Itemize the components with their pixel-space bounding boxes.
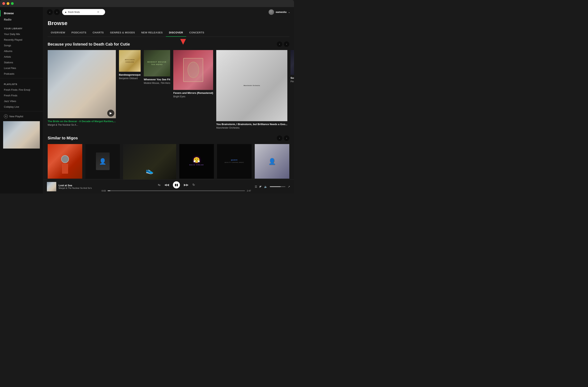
album-card-2-4[interactable]: 😤 MAXO KREAM QuiccStrikes Maxo Kream [179,144,214,179]
search-bar: ● ✕ [62,9,105,15]
playlists-section-label: PLAYLISTS [0,80,43,87]
album-title-1-2: Bandwagonesque [119,73,141,76]
album-title-1-1: The Bride on the Boxcar - A Decade of Ma… [48,120,116,123]
prev-button[interactable]: ◀◀ [164,183,169,187]
avatar [269,9,274,15]
album-art-image-1-4 [173,50,213,90]
new-playlist-button[interactable]: + New Playlist [0,113,43,120]
tab-podcasts[interactable]: PODCASTS [68,29,89,37]
album-card-2-2[interactable]: 👤 Rockets Jay Critch [85,144,120,179]
album-card-1-6[interactable]: — Summer in Abaddon — Summer in Abaddon … [291,50,294,129]
album-card-1-5[interactable]: Manchester Orchestra You Brainstorm, I B… [216,50,287,129]
album-card-1-4[interactable]: Fevers and Mirrors (Remastered) Bright E… [173,50,213,129]
sidebar-item-stations[interactable]: Stations [0,60,43,65]
album-card-1-1[interactable]: ▶ The Bride on the Boxcar - A Decade of … [48,50,116,129]
sidebar-item-local-files[interactable]: Local Files [0,65,43,71]
sidebar-divider [0,78,43,78]
play-pause-button[interactable]: ▮▮ [173,181,180,188]
tab-concerts[interactable]: CONCERTS [186,29,208,37]
shuffle-button[interactable]: ⇆ [158,183,160,187]
section-header-2: Similar to Migos ‹ › [48,135,289,141]
sidebar-item-recently-played[interactable]: Recently Played [0,37,43,43]
volume-bar[interactable] [270,186,285,187]
back-button[interactable]: ‹ [47,9,53,15]
now-playing-thumbnail [3,121,40,149]
sidebar-item-radio[interactable]: Radio [0,16,43,23]
album-title-1-3: Whenever You See Fit [144,78,170,81]
repeat-button[interactable]: ↻ [192,183,195,187]
album-card-1-3[interactable]: MODEST MOUSE 764-HERO Whenever You See F… [144,50,170,129]
section-prev-2[interactable]: ‹ [277,135,282,141]
sidebar-item-podcasts[interactable]: Podcasts [0,71,43,77]
sidebar-playlist-fresh-finds-fire[interactable]: Fresh Finds: Fire Emoji [0,87,43,93]
user-area[interactable]: eamesliu ⌄ [269,9,290,15]
sidebar-item-your-daily-mix[interactable]: Your Daily Mix [0,31,43,37]
next-button[interactable]: ▶▶ [184,183,189,187]
search-input[interactable] [68,11,95,14]
player-center: ⇆ ◀◀ ▮▮ ▶▶ ↻ 0:03 2:47 [102,181,251,192]
sidebar-item-artists[interactable]: Artists [0,54,43,60]
minimize-button[interactable] [7,2,9,5]
tab-genres-moods[interactable]: GENRES & MOODS [107,29,138,37]
tab-overview[interactable]: OVERVIEW [48,29,68,37]
devices-icon[interactable]: ◤ [260,185,262,188]
avatar-image [269,9,274,15]
album-card-2-1[interactable]: Painting Pictures Kodak Black [48,144,82,179]
new-playlist-label: New Playlist [9,115,23,118]
expand-icon[interactable]: ↗ [288,185,290,188]
album-art-image-2-6: 👤 [255,144,289,179]
chevron-down-icon: ⌄ [288,11,290,14]
player-track-name: Lost at Sea [59,184,92,187]
sidebar-item-albums[interactable]: Albums [0,48,43,54]
section-migos: Similar to Migos ‹ › [48,135,289,179]
close-button[interactable] [2,2,5,5]
sidebar-playlist-fresh-finds[interactable]: Fresh Finds [0,93,43,98]
album-artist-1-1: Margot & The Nuclear So A... [48,124,116,126]
volume-icon[interactable]: 🔈 [264,185,267,188]
album-art-2-1 [48,144,82,179]
sidebar-playlist-coldplay-live[interactable]: Coldplay Live [0,104,43,110]
album-card-1-2[interactable]: Benjamin Gibbard Bandwagonesque Benjamin… [119,50,141,129]
section-next-2[interactable]: › [284,135,289,141]
tab-discover[interactable]: DISCOVER [166,29,186,37]
forward-button[interactable]: › [54,9,60,15]
sidebar-item-songs[interactable]: Songs [0,43,43,48]
album-card-2-6[interactable]: 👤 Tell Her Nothing Young Thug [255,144,289,179]
tab-new-releases[interactable]: NEW RELEASES [138,29,166,37]
section-title-2: Similar to Migos [48,136,78,140]
main-content: ‹ › ● ✕ eamesliu ⌄ ▼ Browse [43,7,294,194]
album-art-2-4: 😤 MAXO KREAM [179,144,214,179]
section-prev-1[interactable]: ‹ [277,42,282,47]
queue-icon[interactable]: ☰ [255,185,257,188]
search-icon: ● [65,11,66,14]
album-art-1-1: ▶ [48,50,116,118]
progress-bar[interactable] [108,190,245,191]
album-artist-1-5: Manchester Orchestra [216,127,287,129]
album-art-image-1-2: Benjamin Gibbard [119,50,141,72]
album-art-2-2: 👤 [85,144,120,179]
album-art-image-2-2: 👤 [85,144,120,179]
player-album-art [47,182,56,191]
album-art-1-5: Manchester Orchestra [216,50,287,121]
album-art-2-5: QUAVOQUALITY CONTROL MUSIC [217,144,252,179]
album-card-2-3[interactable]: 👟 Drip From My Walk (feat. Lil Yachty) [… [123,144,176,179]
album-art-1-6: — Summer in Abaddon — [291,50,294,75]
search-clear-icon[interactable]: ✕ [97,10,99,14]
album-art-1-4 [173,50,213,90]
album-art-image-2-4: 😤 MAXO KREAM [179,144,214,179]
maximize-button[interactable] [11,2,14,5]
album-art-image-2-1 [48,144,82,179]
album-artist-1-4: Bright Eyes [173,95,213,98]
album-artist-1-2: Benjamin Gibbard [119,77,141,80]
sidebar: Browse Radio YOUR LIBRARY Your Daily Mix… [0,7,43,194]
sidebar-item-browse[interactable]: Browse [0,10,43,16]
sidebar-playlist-jazz-vibes[interactable]: Jazz Vibes [0,98,43,104]
album-art-1-2: Benjamin Gibbard [119,50,141,72]
player-bar: Lost at Sea Margot & The Nuclear So And … [43,179,294,194]
album-card-2-5[interactable]: QUAVOQUALITY CONTROL MUSIC Quality Contr… [217,144,252,179]
album-artist-1-3: Modest Mouse, 764-Hero [144,82,170,85]
sidebar-nav: Browse Radio [0,7,43,24]
tab-charts[interactable]: CHARTS [89,29,107,37]
player-controls: ⇆ ◀◀ ▮▮ ▶▶ ↻ [158,181,195,188]
section-next-1[interactable]: › [284,42,289,47]
